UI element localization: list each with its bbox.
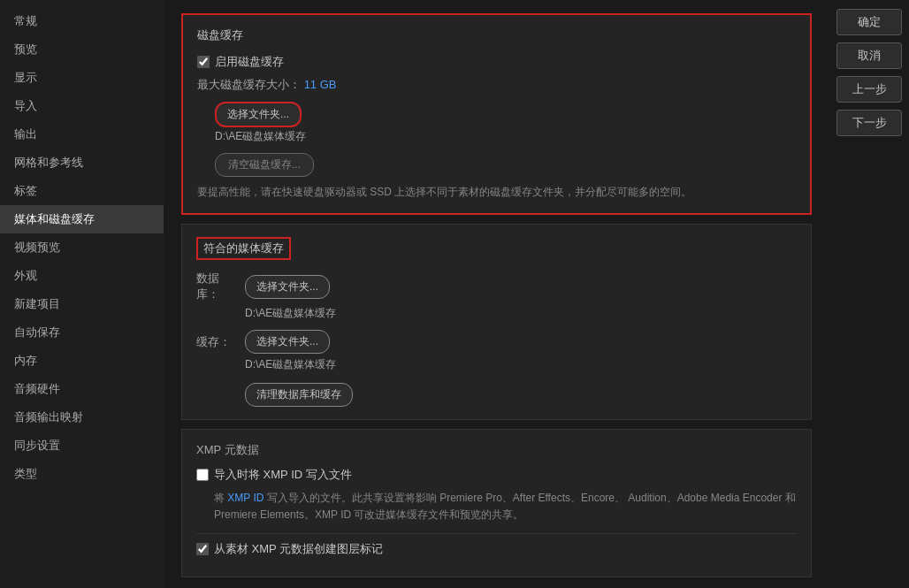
size-value: 11 GB [304,78,337,91]
main-content: 磁盘缓存 启用磁盘缓存 最大磁盘缓存大小： 11 GB 选择文件夹... D:\… [164,0,829,588]
cache-row: 缓存： 选择文件夹... [196,330,797,354]
sidebar-item-output[interactable]: 输出 [0,120,164,149]
sidebar-item-preview[interactable]: 预览 [0,35,164,64]
sidebar-item-display[interactable]: 显示 [0,64,164,92]
enable-disk-cache-row: 启用磁盘缓存 [197,54,796,70]
sidebar-item-audio-output[interactable]: 音频输出映射 [0,403,164,431]
prev-button[interactable]: 上一步 [836,76,902,103]
cache-label: 缓存： [196,334,236,350]
xmp-description: 将 XMP ID 写入导入的文件。此共享设置将影响 Premiere Pro、A… [214,490,797,523]
create-layer-marker-label: 从素材 XMP 元数据创建图层标记 [214,541,383,557]
max-size-label: 最大磁盘缓存大小： [197,78,301,91]
sidebar-item-general[interactable]: 常规 [0,7,164,35]
right-buttons-panel: 确定 取消 上一步 下一步 [829,0,909,588]
xmp-section: XMP 元数据 导入时将 XMP ID 写入文件 将 XMP ID 写入导入的文… [181,429,812,577]
confirm-button[interactable]: 确定 [836,9,902,35]
xmp-divider [196,533,797,534]
clear-disk-cache-button[interactable]: 清空磁盘缓存... [215,153,314,177]
disk-cache-description: 要提高性能，请在快速硬盘驱动器或 SSD 上选择不同于素材的磁盘缓存文件夹，并分… [197,184,796,201]
choose-folder-button[interactable]: 选择文件夹... [215,102,302,127]
xmp-desc-prefix: 将 [214,492,227,504]
sidebar-item-grid[interactable]: 网格和参考线 [0,149,164,177]
db-choose-folder-button[interactable]: 选择文件夹... [245,275,330,299]
clean-db-cache-button[interactable]: 清理数据库和缓存 [245,383,353,407]
disk-cache-path: D:\AE磁盘媒体缓存 [215,129,796,144]
sidebar-item-video-preview[interactable]: 视频预览 [0,233,164,262]
sidebar-item-import[interactable]: 导入 [0,92,164,120]
enable-disk-cache-label: 启用磁盘缓存 [215,54,284,70]
cache-choose-folder-button[interactable]: 选择文件夹... [245,330,330,354]
cache-path: D:\AE磁盘媒体缓存 [245,357,797,372]
write-xmp-label: 导入时将 XMP ID 写入文件 [214,467,352,483]
create-layer-marker-row: 从素材 XMP 元数据创建图层标记 [196,541,797,557]
write-xmp-row: 导入时将 XMP ID 写入文件 [196,467,797,483]
xmp-desc-suffix: 写入导入的文件。此共享设置将影响 Premiere Pro、After Effe… [214,492,796,521]
cancel-button[interactable]: 取消 [836,42,902,69]
sidebar-item-sync-settings[interactable]: 同步设置 [0,431,164,460]
sidebar-item-new-project[interactable]: 新建项目 [0,290,164,318]
disk-cache-section: 磁盘缓存 启用磁盘缓存 最大磁盘缓存大小： 11 GB 选择文件夹... D:\… [181,13,812,215]
xmp-id-link: XMP ID [227,492,264,504]
enable-disk-cache-checkbox[interactable] [197,56,210,68]
sidebar: 常规 预览 显示 导入 输出 网格和参考线 标签 媒体和磁盘缓存 视频预览 外观… [0,0,164,588]
next-button[interactable]: 下一步 [836,110,902,136]
sidebar-item-memory[interactable]: 内存 [0,347,164,375]
write-xmp-checkbox[interactable] [196,469,209,481]
sidebar-item-appearance[interactable]: 外观 [0,262,164,290]
sidebar-item-media-cache[interactable]: 媒体和磁盘缓存 [0,205,164,233]
sidebar-item-audio-hardware[interactable]: 音频硬件 [0,375,164,403]
db-label: 数据库： [196,271,236,302]
disk-cache-title: 磁盘缓存 [197,27,796,43]
create-layer-marker-checkbox[interactable] [196,543,209,555]
sidebar-item-auto-save[interactable]: 自动保存 [0,318,164,347]
db-row: 数据库： 选择文件夹... [196,271,797,302]
sidebar-item-labels[interactable]: 标签 [0,177,164,205]
media-cache-section: 符合的媒体缓存 数据库： 选择文件夹... D:\AE磁盘媒体缓存 缓存： 选择… [181,224,812,420]
sidebar-item-type[interactable]: 类型 [0,460,164,488]
xmp-title: XMP 元数据 [196,442,797,458]
media-cache-title: 符合的媒体缓存 [196,237,291,260]
db-path: D:\AE磁盘媒体缓存 [245,306,797,321]
max-size-row: 最大磁盘缓存大小： 11 GB [197,77,796,93]
